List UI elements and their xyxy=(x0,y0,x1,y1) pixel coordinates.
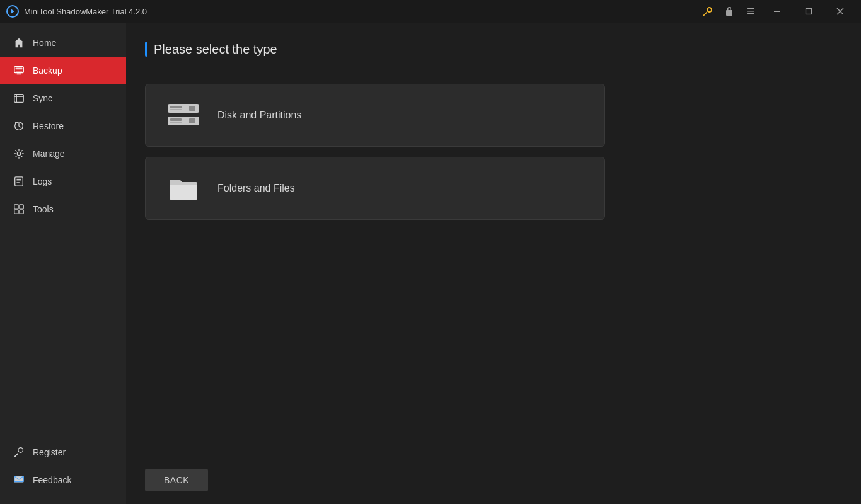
svg-rect-27 xyxy=(170,106,182,108)
back-button-container: BACK xyxy=(145,469,208,491)
disk-partitions-label: Disk and Partitions xyxy=(217,110,301,121)
lock-icon[interactable] xyxy=(720,2,739,21)
close-button[interactable] xyxy=(826,0,855,23)
accent-bar xyxy=(145,42,147,57)
logs-icon xyxy=(13,175,25,188)
svg-rect-29 xyxy=(189,106,195,111)
svg-rect-17 xyxy=(15,177,23,186)
svg-rect-32 xyxy=(170,122,182,123)
svg-rect-3 xyxy=(747,13,754,14)
titlebar-controls xyxy=(698,0,855,23)
home-icon xyxy=(13,37,25,49)
svg-rect-1 xyxy=(747,8,754,9)
sidebar-item-manage-label: Manage xyxy=(33,149,65,159)
sidebar-feedback-label: Feedback xyxy=(33,475,71,485)
page-title: Please select the type xyxy=(154,42,277,57)
feedback-icon xyxy=(13,474,25,486)
sidebar-item-feedback[interactable]: Feedback xyxy=(0,466,126,494)
svg-rect-11 xyxy=(16,74,21,75)
svg-rect-21 xyxy=(14,205,18,209)
sidebar-item-home[interactable]: Home xyxy=(0,29,126,57)
backup-icon xyxy=(13,64,25,77)
svg-rect-8 xyxy=(14,67,23,73)
sidebar-item-tools-label: Tools xyxy=(33,204,54,214)
svg-rect-22 xyxy=(20,205,23,209)
svg-rect-28 xyxy=(170,109,182,110)
svg-rect-9 xyxy=(16,68,23,70)
svg-rect-2 xyxy=(747,11,754,12)
sidebar-item-sync[interactable]: Sync xyxy=(0,84,126,112)
disk-icon xyxy=(165,100,202,131)
sidebar-item-home-label: Home xyxy=(33,38,56,48)
sync-icon xyxy=(13,92,25,105)
sidebar-register-label: Register xyxy=(33,447,66,457)
register-icon xyxy=(13,446,25,459)
svg-rect-24 xyxy=(20,210,23,214)
sidebar-item-register[interactable]: Register xyxy=(0,438,126,466)
sidebar-item-logs[interactable]: Logs xyxy=(0,168,126,195)
folders-files-label: Folders and Files xyxy=(217,183,295,194)
sidebar-item-tools[interactable]: Tools xyxy=(0,195,126,223)
svg-rect-5 xyxy=(806,9,812,14)
svg-rect-31 xyxy=(170,118,182,121)
svg-rect-4 xyxy=(774,11,780,13)
sidebar-item-restore-label: Restore xyxy=(33,121,64,131)
svg-rect-10 xyxy=(16,71,23,72)
svg-rect-23 xyxy=(14,210,18,214)
minimize-button[interactable] xyxy=(763,0,792,23)
sidebar-item-sync-label: Sync xyxy=(33,93,52,103)
menu-icon[interactable] xyxy=(741,2,760,21)
sidebar-item-backup[interactable]: Backup xyxy=(0,57,126,84)
app-title: MiniTool ShadowMaker Trial 4.2.0 xyxy=(24,7,147,16)
sidebar-item-logs-label: Logs xyxy=(33,176,52,186)
main-layout: Home Backup Sync Restore Manage xyxy=(0,23,861,504)
folder-icon xyxy=(165,173,202,204)
back-button[interactable]: BACK xyxy=(145,469,208,491)
svg-point-16 xyxy=(17,152,20,155)
titlebar-left: MiniTool ShadowMaker Trial 4.2.0 xyxy=(6,5,147,18)
restore-button[interactable] xyxy=(794,0,823,23)
manage-icon xyxy=(13,147,25,160)
sidebar-item-manage[interactable]: Manage xyxy=(0,140,126,168)
page-header: Please select the type xyxy=(145,42,842,66)
sidebar-item-backup-label: Backup xyxy=(33,66,62,76)
sidebar-item-restore[interactable]: Restore xyxy=(0,112,126,140)
disk-partitions-card[interactable]: Disk and Partitions xyxy=(145,84,605,147)
titlebar: MiniTool ShadowMaker Trial 4.2.0 xyxy=(0,0,861,23)
svg-rect-33 xyxy=(189,118,195,123)
svg-rect-12 xyxy=(14,94,23,103)
restore-icon xyxy=(13,120,25,132)
folders-files-card[interactable]: Folders and Files xyxy=(145,157,605,220)
key-icon[interactable] xyxy=(698,2,717,21)
app-logo xyxy=(6,5,19,18)
content-area: Please select the type Disk and Part xyxy=(126,23,861,504)
tools-icon xyxy=(13,203,25,215)
sidebar: Home Backup Sync Restore Manage xyxy=(0,23,126,504)
